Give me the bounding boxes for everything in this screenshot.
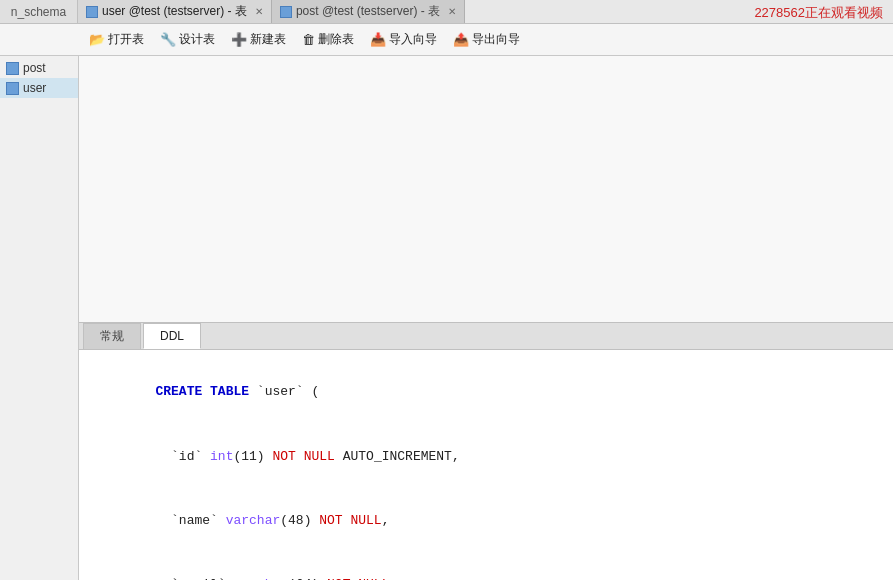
sidebar-item-post[interactable]: post: [0, 58, 78, 78]
content-area: 常规 DDL CREATE TABLE `user` ( `id` int(11…: [79, 56, 893, 580]
code-line-2: `id` int(11) NOT NULL AUTO_INCREMENT,: [93, 424, 879, 488]
open-icon: 📂: [89, 32, 105, 47]
table-small-icon: [86, 6, 98, 18]
import-button[interactable]: 📥 导入向导: [363, 27, 444, 53]
open-table-button[interactable]: 📂 打开表: [82, 27, 151, 53]
delete-icon: 🗑: [302, 32, 315, 47]
design-icon: 🔧: [160, 32, 176, 47]
tab-user-close[interactable]: ✕: [255, 6, 263, 17]
sidebar: post user: [0, 56, 79, 580]
kw-varchar1: varchar: [226, 513, 281, 528]
table-icon-user: [6, 82, 19, 95]
main-area: post user 常规 DDL CREATE TABLE `user` (: [0, 56, 893, 580]
kw-table: TABLE: [210, 384, 249, 399]
code-line-3: `name` varchar(48) NOT NULL,: [93, 489, 879, 553]
sidebar-item-user-label: user: [23, 81, 46, 95]
design-table-button[interactable]: 🔧 设计表: [153, 27, 222, 53]
tab-post-close[interactable]: ✕: [448, 6, 456, 17]
table-icon-post: [6, 62, 19, 75]
import-icon: 📥: [370, 32, 386, 47]
export-button[interactable]: 📤 导出向导: [446, 27, 527, 53]
empty-top-area: [79, 56, 893, 322]
ddl-code-area: CREATE TABLE `user` ( `id` int(11) NOT N…: [79, 350, 893, 580]
kw-notnull1: NOT NULL: [272, 449, 334, 464]
table-small-icon2: [280, 6, 292, 18]
sidebar-item-user[interactable]: user: [0, 78, 78, 98]
watermark: 2278562正在观看视频: [754, 4, 883, 22]
kw-notnull2: NOT NULL: [319, 513, 381, 528]
new-icon: ➕: [231, 32, 247, 47]
schema-label-top: n_schema: [0, 0, 78, 23]
kw-create: CREATE: [155, 384, 202, 399]
new-table-button[interactable]: ➕ 新建表: [224, 27, 293, 53]
toolbar: 📂 打开表 🔧 设计表 ➕ 新建表 🗑 删除表 📥 导入向导 📤 导出向导: [0, 24, 893, 56]
tab-post-label: post @test (testserver) - 表: [296, 3, 440, 20]
tab-general[interactable]: 常规: [83, 323, 141, 349]
code-line-1: CREATE TABLE `user` (: [93, 360, 879, 424]
code-line-4: `email` varchar(64) NOT NULL,: [93, 553, 879, 580]
kw-int: int: [210, 449, 233, 464]
export-icon: 📤: [453, 32, 469, 47]
bottom-tab-strip: 常规 DDL: [79, 322, 893, 350]
tab-user[interactable]: user @test (testserver) - 表 ✕: [78, 0, 272, 23]
tab-user-label: user @test (testserver) - 表: [102, 3, 247, 20]
tab-post[interactable]: post @test (testserver) - 表 ✕: [272, 0, 465, 23]
tab-ddl[interactable]: DDL: [143, 323, 201, 349]
delete-table-button[interactable]: 🗑 删除表: [295, 27, 361, 53]
sidebar-item-post-label: post: [23, 61, 46, 75]
